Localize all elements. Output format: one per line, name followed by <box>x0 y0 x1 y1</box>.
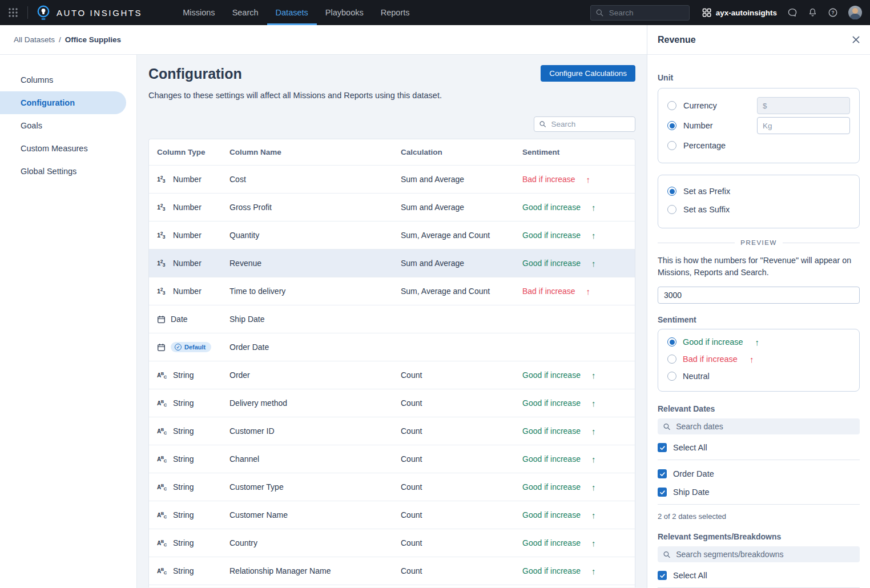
calculation-cell: Count <box>401 426 522 436</box>
column-header-sentiment: Sentiment <box>522 148 635 156</box>
notifications-bell-icon[interactable] <box>808 7 817 18</box>
global-search[interactable] <box>590 5 690 21</box>
radio-set-as-prefix[interactable] <box>667 187 676 196</box>
app-grid-icon[interactable] <box>7 6 19 19</box>
workspace-grid-icon <box>702 8 711 17</box>
column-type-cell: ABCString <box>157 398 229 408</box>
string-type-icon: ABC <box>157 372 168 378</box>
nav-item-missions[interactable]: Missions <box>174 0 223 25</box>
help-icon[interactable]: ? <box>828 7 838 18</box>
table-row[interactable]: ABCStringChannelCountGood if increase↑ <box>149 445 635 473</box>
sidebar-item-global-settings[interactable]: Global Settings <box>0 160 126 183</box>
table-search-input[interactable] <box>550 119 630 129</box>
radio-percentage[interactable] <box>667 141 676 150</box>
nav-item-reports[interactable]: Reports <box>372 0 418 25</box>
breadcrumb: All Datasets / Office Supplies <box>0 25 647 55</box>
sentiment-label: Good if increase <box>522 538 581 547</box>
table-row[interactable]: ABCStringDelivery methodCountGood if inc… <box>149 389 635 417</box>
dates-select-all-label: Select All <box>673 443 707 452</box>
nav-item-datasets[interactable]: Datasets <box>267 0 317 25</box>
number-type-icon: 123 <box>157 204 168 211</box>
sidebar-item-goals[interactable]: Goals <box>0 114 126 137</box>
radio-set-as-suffix[interactable] <box>667 205 676 214</box>
table-row[interactable]: 123NumberTime to deliverySum, Average an… <box>149 277 635 305</box>
nav-item-playbooks[interactable]: Playbooks <box>317 0 372 25</box>
dates-select-all-checkbox[interactable] <box>658 443 667 452</box>
page-subtitle: Changes to these settings will affect al… <box>148 91 635 100</box>
radio-sentiment-bad[interactable] <box>667 355 676 364</box>
table-row[interactable]: ABCStringRelationship Manager NameCountG… <box>149 557 635 585</box>
main-content: Configuration Configure Calculations Cha… <box>137 55 647 588</box>
radio-sentiment-neutral[interactable] <box>667 372 676 381</box>
sidebar-item-configuration[interactable]: Configuration <box>0 91 126 114</box>
search-dates-input[interactable] <box>675 421 854 432</box>
up-arrow-icon: ↑ <box>591 231 596 240</box>
sidebar-item-custom-measures[interactable]: Custom Measures <box>0 137 126 160</box>
table-row[interactable]: ABCStringOrderCountGood if increase↑ <box>149 361 635 389</box>
up-arrow-icon: ↑ <box>586 175 591 184</box>
radio-sentiment-good[interactable] <box>667 337 676 347</box>
brand[interactable]: AUTO INSIGHTS <box>36 5 142 21</box>
calculation-cell: Sum, Average and Count <box>401 231 522 240</box>
sentiment-option-good: Good if increase↑ <box>667 336 850 348</box>
table-row[interactable]: ✓DefaultOrder Date <box>149 333 635 361</box>
check-circle-icon: ✓ <box>175 344 182 351</box>
preview-value-input[interactable] <box>658 287 860 304</box>
sentiment-label: Bad if increase <box>522 287 575 296</box>
column-name-cell: Delivery method <box>229 398 401 408</box>
user-avatar[interactable] <box>848 6 862 19</box>
sentiment-label: Good if increase <box>522 454 581 464</box>
table-row[interactable]: DateShip Date <box>149 305 635 333</box>
panel-title: Revenue <box>658 35 696 45</box>
close-icon[interactable] <box>852 36 860 43</box>
table-row[interactable]: 123NumberCostSum and AverageBad if incre… <box>149 166 635 194</box>
dates-summary: 2 of 2 dates selected <box>658 512 860 521</box>
column-type-cell: 123Number <box>157 231 229 240</box>
up-arrow-icon: ↑ <box>591 203 596 212</box>
column-type-cell: 123Number <box>157 287 229 296</box>
table-row[interactable]: ABCStringCountryCountGood if increase↑ <box>149 529 635 557</box>
preview-divider: PREVIEW <box>658 239 860 246</box>
up-arrow-icon: ↑ <box>591 510 596 520</box>
table-body: 123NumberCostSum and AverageBad if incre… <box>149 166 635 585</box>
segments-select-all-checkbox[interactable] <box>658 571 667 580</box>
column-name-cell: Channel <box>229 454 401 464</box>
table-search[interactable] <box>534 116 635 132</box>
table-row[interactable]: 123NumberRevenueSum and AverageGood if i… <box>149 249 635 277</box>
number-type-icon: 123 <box>157 260 168 267</box>
search-segments[interactable] <box>658 546 860 562</box>
table-row[interactable]: ABCStringCustomer IDCountGood if increas… <box>149 417 635 445</box>
radio-number[interactable] <box>667 121 676 130</box>
calculation-cell: Sum and Average <box>401 203 522 212</box>
date-item-checkbox-order-date[interactable] <box>658 469 667 478</box>
currency-symbol-input[interactable] <box>757 97 850 114</box>
nav-item-search[interactable]: Search <box>224 0 267 25</box>
search-segments-input[interactable] <box>675 549 854 559</box>
table-row[interactable]: 123NumberGross ProfitSum and AverageGood… <box>149 194 635 221</box>
sidebar-item-columns[interactable]: Columns <box>0 69 126 91</box>
search-dates[interactable] <box>658 418 860 434</box>
date-item-checkbox-ship-date[interactable] <box>658 488 667 497</box>
up-arrow-icon: ↑ <box>591 566 596 576</box>
number-symbol-input[interactable] <box>757 117 850 134</box>
table-row[interactable]: ABCStringCustomer NameCountGood if incre… <box>149 501 635 529</box>
column-name-cell: Gross Profit <box>229 203 401 212</box>
table-row[interactable]: ABCStringCustomer TypeCountGood if incre… <box>149 473 635 501</box>
column-type-label: String <box>173 482 194 492</box>
up-arrow-icon: ↑ <box>591 538 596 548</box>
up-arrow-icon: ↑ <box>591 454 596 464</box>
string-type-icon: ABC <box>157 540 168 546</box>
account-menu[interactable]: ayx-autoinsights <box>702 8 777 17</box>
calculation-cell: Sum and Average <box>401 175 522 184</box>
column-type-label: Number <box>173 231 202 240</box>
column-name-cell: Ship Date <box>229 315 401 324</box>
sentiment-cell: Bad if increase↑ <box>522 287 635 296</box>
left-region: All Datasets / Office Supplies ColumnsCo… <box>0 25 647 588</box>
global-search-input[interactable] <box>608 8 684 18</box>
column-type-cell: ABCString <box>157 426 229 436</box>
messages-icon[interactable] <box>787 7 798 18</box>
configure-calculations-button[interactable]: Configure Calculations <box>541 65 635 82</box>
radio-currency[interactable] <box>667 101 676 110</box>
table-row[interactable]: 123NumberQuantitySum, Average and CountG… <box>149 221 635 249</box>
breadcrumb-all-datasets[interactable]: All Datasets <box>14 35 55 44</box>
